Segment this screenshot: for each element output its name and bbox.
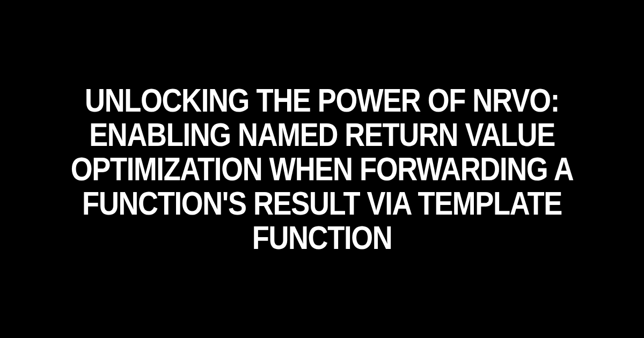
page-title: Unlocking the Power of NRVO: Enabling Na… — [45, 83, 599, 255]
